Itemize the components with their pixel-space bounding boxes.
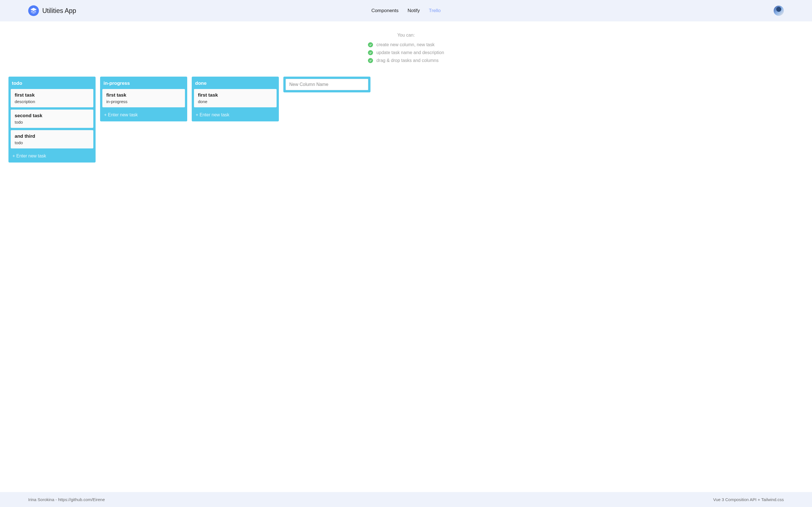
app-logo[interactable]	[28, 5, 39, 16]
nav-link-trello[interactable]: Trello	[429, 8, 441, 13]
task-card[interactable]: and third todo	[11, 130, 93, 149]
new-task-input[interactable]	[102, 110, 185, 119]
nav-link-components[interactable]: Components	[371, 8, 398, 13]
layers-icon	[31, 8, 37, 14]
instructions: You can: create new column, new task upd…	[0, 21, 812, 74]
header-nav: Components Notify Trello	[371, 8, 441, 13]
svg-marker-0	[31, 8, 36, 11]
column-done[interactable]: done first task done	[192, 76, 279, 121]
task-title: first task	[15, 93, 89, 98]
task-title: and third	[15, 133, 89, 139]
check-icon	[368, 50, 373, 55]
nav-link-notify[interactable]: Notify	[408, 8, 420, 13]
new-task-input[interactable]	[194, 110, 276, 119]
board: todo first task description second task …	[0, 74, 812, 165]
task-title: second task	[15, 113, 89, 119]
check-icon	[368, 58, 373, 63]
check-icon	[368, 42, 373, 47]
header-left: Utilities App	[28, 5, 76, 16]
task-card[interactable]: first task in-progress	[102, 89, 185, 107]
task-title: first task	[198, 93, 273, 98]
instruction-text: drag & drop tasks and columns	[376, 58, 439, 63]
footer-left: Irina Sorokina - https://github.com/Eire…	[28, 497, 105, 502]
avatar[interactable]	[774, 6, 784, 16]
instruction-text: create new column, new task	[376, 42, 435, 47]
new-column	[283, 76, 370, 93]
instructions-list: create new column, new task update task …	[368, 42, 444, 66]
new-task-input[interactable]	[11, 151, 93, 160]
task-description: todo	[15, 140, 89, 145]
task-description: done	[198, 99, 273, 104]
header: Utilities App Components Notify Trello	[0, 0, 812, 21]
task-card[interactable]: first task description	[11, 89, 93, 107]
instruction-item: drag & drop tasks and columns	[368, 58, 444, 63]
task-title: first task	[106, 93, 181, 98]
task-card[interactable]: first task done	[194, 89, 276, 107]
task-description: description	[15, 99, 89, 104]
instruction-text: update task name and description	[376, 50, 444, 55]
column-header[interactable]: in-progress	[102, 79, 185, 89]
app-title: Utilities App	[42, 7, 76, 15]
instruction-item: create new column, new task	[368, 42, 444, 47]
main: You can: create new column, new task upd…	[0, 21, 812, 492]
column-header[interactable]: todo	[11, 79, 93, 89]
task-description: todo	[15, 120, 89, 124]
instructions-title: You can:	[0, 33, 812, 38]
column-header[interactable]: done	[194, 79, 276, 89]
instruction-item: update task name and description	[368, 50, 444, 55]
header-right	[774, 6, 784, 16]
footer: Irina Sorokina - https://github.com/Eire…	[0, 492, 812, 507]
task-card[interactable]: second task todo	[11, 110, 93, 128]
footer-right: Vue 3 Composition API + Tailwind.css	[713, 497, 784, 502]
task-description: in-progress	[106, 99, 181, 104]
column-todo[interactable]: todo first task description second task …	[8, 76, 96, 163]
column-in-progress[interactable]: in-progress first task in-progress	[100, 76, 187, 121]
new-column-input[interactable]	[286, 79, 368, 90]
